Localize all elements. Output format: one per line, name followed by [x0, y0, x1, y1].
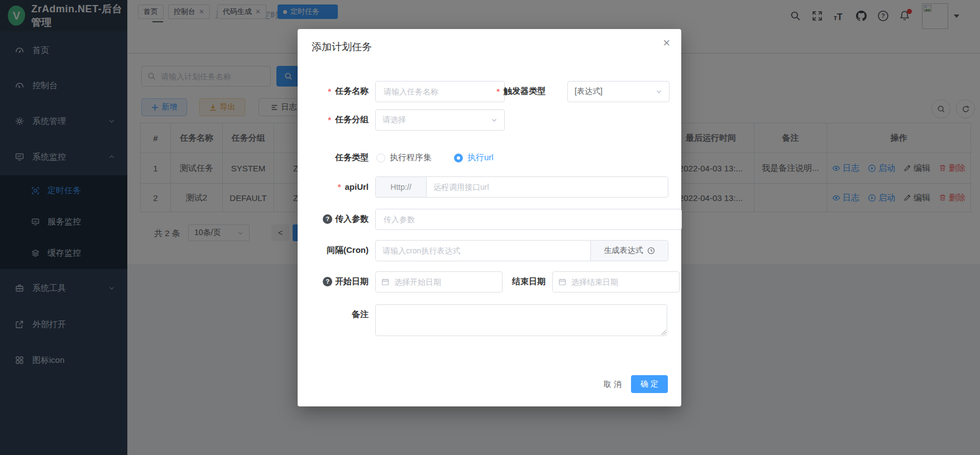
textarea-resize-handle[interactable]: [660, 329, 666, 335]
task-group-select[interactable]: 请选择: [375, 109, 505, 131]
cron-input[interactable]: [376, 246, 590, 255]
radio-exec-url[interactable]: 执行url: [454, 152, 494, 163]
params-input[interactable]: [383, 214, 675, 224]
cron-label: 间隔(Cron): [298, 240, 369, 260]
task-name-label: *任务名称: [298, 81, 369, 101]
cron-field[interactable]: 生成表达式: [375, 240, 668, 261]
params-field[interactable]: [375, 209, 682, 230]
generate-cron-button[interactable]: 生成表达式: [590, 241, 668, 261]
confirm-button[interactable]: 确 定: [631, 375, 668, 393]
task-name-input[interactable]: [383, 87, 498, 97]
app-window: V ZrAdmin.NET-后台管理 首页 控制台 系统管理 系统监控 定时任务: [0, 0, 980, 455]
radio-icon: [376, 154, 385, 162]
task-type-label: 任务类型: [298, 147, 369, 167]
remark-textarea[interactable]: [375, 304, 667, 336]
remark-label: 备注: [298, 304, 369, 324]
params-label: ?传入参数: [298, 209, 369, 229]
end-date-field[interactable]: [552, 271, 680, 293]
task-group-label: *任务分组: [298, 109, 369, 130]
start-date-label: ?开始日期: [298, 271, 369, 291]
end-date-label: 结束日期: [484, 271, 546, 291]
dialog-close-button[interactable]: ×: [663, 37, 670, 49]
apiurl-input[interactable]: [427, 183, 668, 191]
help-icon: ?: [323, 277, 332, 286]
calendar-icon: [381, 278, 389, 286]
chevron-down-icon: [491, 117, 498, 123]
start-date-field[interactable]: [375, 271, 503, 293]
add-task-dialog: 添加计划任务 × *任务名称 *触发器类型 [表达式] *任务分组 请选择 任务…: [298, 29, 681, 406]
apiurl-prefix: Http://: [376, 177, 427, 197]
radio-exec-assembly[interactable]: 执行程序集: [376, 152, 432, 163]
chevron-down-icon: [656, 88, 662, 95]
radio-selected-icon: [454, 154, 463, 162]
dialog-title: 添加计划任务: [312, 40, 372, 54]
cancel-button[interactable]: 取 消: [604, 380, 622, 390]
trigger-type-label: *触发器类型: [484, 81, 546, 101]
trigger-type-select[interactable]: [表达式]: [567, 81, 670, 102]
start-date-input[interactable]: [393, 277, 496, 287]
end-date-input[interactable]: [570, 277, 673, 287]
calendar-icon: [558, 278, 566, 286]
apiurl-label: *apiUrl: [298, 176, 369, 197]
help-icon: ?: [323, 214, 332, 224]
clock-icon: [647, 247, 655, 255]
apiurl-field[interactable]: Http://: [375, 176, 668, 198]
